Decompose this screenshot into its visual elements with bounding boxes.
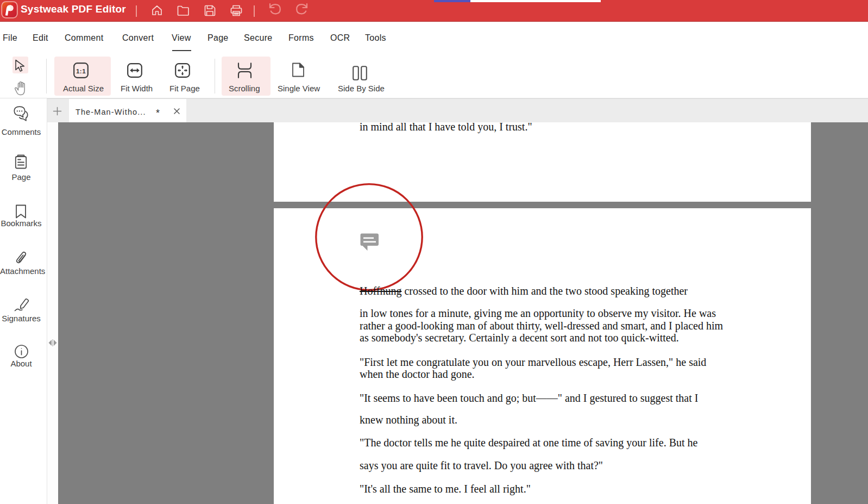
svg-text:1:1: 1:1 [76, 68, 86, 74]
